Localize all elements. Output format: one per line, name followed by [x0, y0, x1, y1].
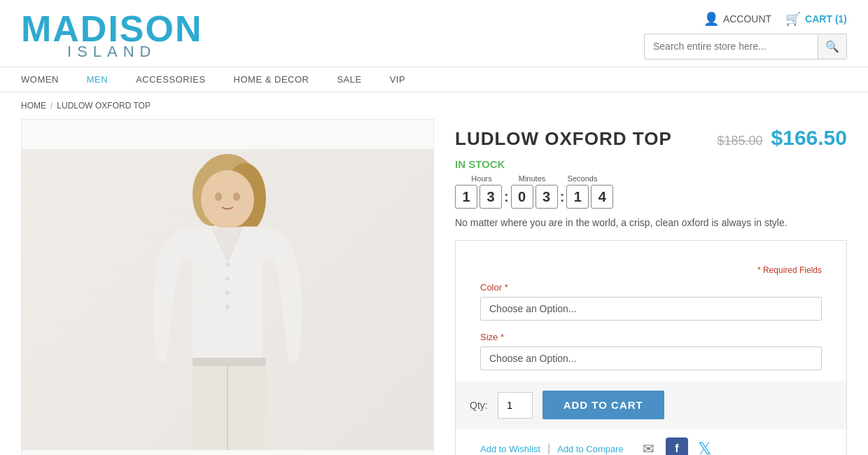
svg-rect-11 — [192, 359, 266, 450]
social-section: Add to Wishlist | Add to Compare ✉ f 𝕏 — [470, 429, 832, 455]
breadcrumb-current: LUDLOW OXFORD TOP — [57, 101, 150, 111]
qty-input[interactable] — [498, 392, 533, 419]
wishlist-link[interactable]: Add to Wishlist — [480, 444, 540, 454]
digit-6: 4 — [591, 185, 613, 209]
account-icon: 👤 — [704, 11, 719, 27]
price-section: $185.00 $166.50 — [717, 126, 847, 150]
header-top-links: 👤 ACCOUNT 🛒 CART (1) — [704, 11, 847, 27]
product-title-price: LUDLOW OXFORD TOP $185.00 $166.50 — [455, 126, 847, 150]
colon-2: : — [560, 189, 565, 205]
compare-link[interactable]: Add to Compare — [557, 444, 624, 454]
nav-item-men[interactable]: MEN — [87, 74, 108, 85]
add-to-cart-button[interactable]: ADD TO CART — [542, 391, 664, 419]
email-icon[interactable]: ✉ — [638, 438, 660, 455]
svg-point-9 — [225, 290, 230, 295]
minutes-label: Minutes — [507, 174, 557, 183]
account-link[interactable]: 👤 ACCOUNT — [704, 11, 771, 27]
search-bar: 🔍 — [644, 34, 847, 59]
cart-label: CART (1) — [805, 13, 847, 24]
cart-section: Qty: ADD TO CART — [456, 381, 846, 429]
qty-label: Qty: — [470, 400, 488, 411]
digit-4: 3 — [536, 185, 558, 209]
woman-figure-svg — [108, 149, 346, 450]
product-image-wrap — [21, 119, 434, 455]
svg-rect-13 — [192, 358, 266, 366]
hours-label: Hours — [456, 174, 507, 183]
logo-island: ISLAND — [21, 44, 203, 59]
countdown-boxes: 1 3 : 0 3 : 1 4 — [455, 185, 847, 209]
stock-status: IN STOCK — [455, 158, 847, 170]
logo: MADISON ISLAND — [21, 10, 203, 59]
nav-item-vip[interactable]: VIP — [390, 74, 405, 85]
svg-point-5 — [215, 192, 222, 201]
nav-item-women[interactable]: WOMEN — [21, 74, 59, 85]
color-label: Color * — [480, 282, 822, 293]
nav-item-home-decor[interactable]: HOME & DECOR — [234, 74, 309, 85]
svg-point-4 — [201, 170, 254, 229]
facebook-icon[interactable]: f — [666, 438, 688, 455]
color-required-mark: * — [505, 282, 508, 293]
main-content: LUDLOW OXFORD TOP $185.00 $166.50 IN STO… — [0, 119, 868, 455]
breadcrumb: HOME / LUDLOW OXFORD TOP — [0, 92, 868, 119]
price-sale: $166.50 — [771, 126, 847, 150]
header: MADISON ISLAND 👤 ACCOUNT 🛒 CART (1) 🔍 — [0, 0, 868, 67]
svg-point-8 — [225, 276, 230, 281]
price-original: $185.00 — [717, 134, 762, 148]
logo-madison: MADISON — [21, 10, 203, 47]
nav-item-sale[interactable]: SALE — [337, 74, 361, 85]
color-label-text: Color — [480, 282, 502, 293]
required-fields-note: * Required Fields — [480, 265, 822, 275]
digit-3: 0 — [511, 185, 533, 209]
wishlist-compare-separator: | — [547, 442, 550, 455]
nav: WOMEN MEN ACCESSORIES HOME & DECOR SALE … — [0, 67, 868, 92]
color-select[interactable]: Choose an Option... — [480, 297, 822, 321]
digit-5: 1 — [566, 185, 589, 209]
cart-icon: 🛒 — [785, 11, 801, 27]
search-input[interactable] — [645, 35, 818, 57]
product-title: LUDLOW OXFORD TOP — [455, 128, 672, 150]
digit-1: 1 — [455, 185, 477, 209]
color-option-group: Color * Choose an Option... — [480, 282, 822, 321]
product-details: LUDLOW OXFORD TOP $185.00 $166.50 IN STO… — [455, 119, 847, 455]
countdown-section: Hours Minutes Seconds 1 3 : 0 3 : 1 4 — [455, 174, 847, 209]
cart-link[interactable]: 🛒 CART (1) — [785, 11, 847, 27]
colon-1: : — [504, 189, 509, 205]
search-button[interactable]: 🔍 — [818, 34, 846, 59]
digit-2: 3 — [479, 185, 502, 209]
countdown-labels: Hours Minutes Seconds — [456, 174, 847, 183]
svg-point-7 — [225, 262, 230, 267]
twitter-icon[interactable]: 𝕏 — [694, 438, 716, 455]
size-option-group: Size * Choose an Option... — [480, 332, 822, 370]
breadcrumb-separator: / — [50, 101, 52, 111]
product-description: No matter where you are in the world, a … — [455, 216, 847, 230]
size-label-text: Size — [480, 332, 498, 342]
size-required-mark: * — [500, 332, 504, 342]
product-image — [22, 149, 433, 450]
size-select[interactable]: Choose an Option... — [480, 346, 822, 370]
options-box: * Required Fields Color * Choose an Opti… — [455, 240, 847, 455]
header-right: 👤 ACCOUNT 🛒 CART (1) 🔍 — [644, 11, 847, 59]
svg-point-10 — [225, 304, 230, 309]
nav-item-accessories[interactable]: ACCESSORIES — [136, 74, 205, 85]
svg-point-6 — [233, 192, 240, 201]
size-label: Size * — [480, 332, 822, 342]
seconds-label: Seconds — [557, 174, 608, 183]
social-icons: ✉ f 𝕏 — [638, 438, 716, 455]
account-label: ACCOUNT — [723, 13, 771, 24]
breadcrumb-home[interactable]: HOME — [21, 101, 46, 111]
options-inner: * Required Fields Color * Choose an Opti… — [470, 255, 832, 381]
